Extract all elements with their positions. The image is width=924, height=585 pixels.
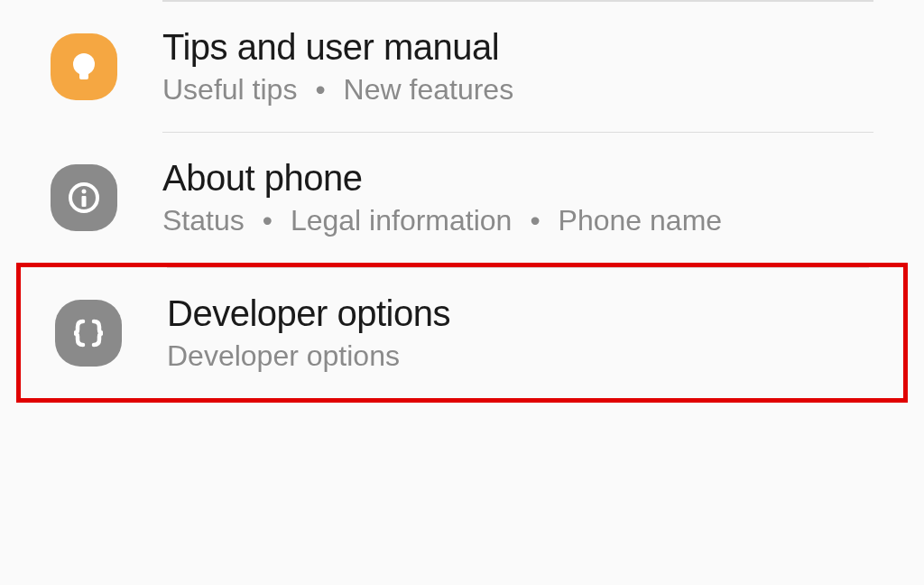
svg-point-3 xyxy=(82,190,87,194)
item-content: Developer options Developer options xyxy=(167,293,869,373)
item-content: About phone Status • Legal information •… xyxy=(162,158,873,237)
settings-item-tips[interactable]: Tips and user manual Useful tips • New f… xyxy=(0,2,924,132)
item-title: Developer options xyxy=(167,293,869,334)
svg-rect-1 xyxy=(79,72,88,79)
settings-list: Tips and user manual Useful tips • New f… xyxy=(0,0,924,403)
highlight-box: Developer options Developer options xyxy=(16,263,908,403)
svg-rect-4 xyxy=(82,196,87,207)
settings-item-about-phone[interactable]: About phone Status • Legal information •… xyxy=(0,133,924,263)
item-title: Tips and user manual xyxy=(162,27,873,68)
settings-item-developer-options[interactable]: Developer options Developer options xyxy=(21,268,903,398)
item-title: About phone xyxy=(162,158,873,199)
item-subtitle: Developer options xyxy=(167,339,869,373)
item-content: Tips and user manual Useful tips • New f… xyxy=(162,27,873,107)
svg-point-0 xyxy=(73,53,95,75)
lightbulb-icon xyxy=(51,33,117,100)
item-subtitle: Useful tips • New features xyxy=(162,73,873,107)
info-icon xyxy=(51,164,117,231)
item-subtitle: Status • Legal information • Phone name xyxy=(162,204,873,237)
braces-icon xyxy=(55,300,122,367)
